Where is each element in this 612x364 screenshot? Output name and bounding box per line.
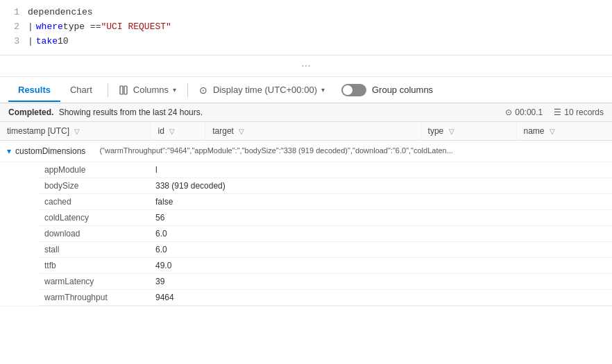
sub-value-1: 338 (919 decoded) — [150, 178, 612, 194]
sub-key-2: cached — [39, 194, 150, 210]
tab-chart[interactable]: Chart — [60, 79, 102, 102]
results-table: timestamp [UTC] ▽ id ▽ target ▽ type ▽ n… — [0, 122, 612, 306]
filter-icon-target[interactable]: ▽ — [239, 128, 244, 135]
svg-rect-0 — [120, 86, 123, 94]
col-label-type: type — [428, 126, 444, 136]
col-header-id[interactable]: id ▽ — [151, 122, 205, 141]
group-columns-toggle[interactable]: Group columns — [341, 84, 433, 96]
sub-dimensions-table: appModule l bodySize 338 (919 decoded) c… — [39, 162, 612, 306]
code-type-expr: type == — [63, 20, 101, 35]
custom-dimensions-label: customDimensions — [15, 146, 85, 156]
filter-icon-type[interactable]: ▽ — [449, 128, 454, 135]
line-number-1: 1 — [6, 6, 19, 20]
sub-table-cell: appModule l bodySize 338 (919 decoded) c… — [0, 162, 612, 306]
sub-value-0: l — [150, 162, 612, 178]
sub-key-3: coldLatency — [39, 210, 150, 226]
col-header-timestamp[interactable]: timestamp [UTC] ▽ — [0, 122, 151, 141]
sub-dimension-row: warmThroughput 9464 — [39, 290, 612, 306]
status-text: Completed. Showing results from the last… — [8, 107, 203, 117]
col-label-name: name — [524, 126, 545, 136]
table-row-expanded[interactable]: ▾ customDimensions ("warmThroughput":"94… — [0, 141, 612, 162]
sub-dimension-row: appModule l — [39, 162, 612, 178]
status-right: ⊙ 00:00.1 ☰ 10 records — [505, 107, 604, 117]
tabs-bar: Results Chart Columns ▾ ⊙ Display time (… — [0, 77, 612, 103]
code-string-uci: "UCI REQUEST" — [101, 20, 171, 35]
display-time-chevron-icon: ▾ — [321, 86, 325, 94]
tab-divider — [108, 83, 108, 97]
table-row: appModule l bodySize 338 (919 decoded) c… — [0, 162, 612, 306]
expand-chevron-icon[interactable]: ▾ — [7, 146, 11, 156]
clock-icon-2: ⊙ — [505, 107, 512, 117]
sub-value-7: 39 — [150, 274, 612, 290]
display-time-label: Display time (UTC+00:00) — [213, 85, 317, 95]
sub-key-8: warmThroughput — [39, 290, 150, 306]
execution-time: ⊙ 00:00.1 — [505, 107, 543, 117]
filter-icon-timestamp[interactable]: ▽ — [74, 128, 80, 135]
sub-key-7: warmLatency — [39, 274, 150, 290]
col-header-target[interactable]: target ▽ — [205, 122, 420, 141]
status-bar: Completed. Showing results from the last… — [0, 103, 612, 122]
code-take-value: 10 — [58, 35, 69, 49]
col-label-id: id — [158, 126, 164, 136]
columns-chevron-icon: ▾ — [173, 86, 176, 94]
sub-value-6: 49.0 — [150, 258, 612, 274]
sub-key-1: bodySize — [39, 178, 150, 194]
display-time-button[interactable]: ⊙ Display time (UTC+00:00) ▾ — [194, 82, 330, 98]
completed-label: Completed. — [8, 107, 53, 117]
table-header-row: timestamp [UTC] ▽ id ▽ target ▽ type ▽ n… — [0, 122, 612, 141]
sub-dimension-row: cached false — [39, 194, 612, 210]
columns-label: Columns — [133, 85, 169, 95]
sub-dimension-row: bodySize 338 (919 decoded) — [39, 178, 612, 194]
results-table-container[interactable]: timestamp [UTC] ▽ id ▽ target ▽ type ▽ n… — [0, 122, 612, 306]
pipe-3: | — [28, 35, 33, 49]
sub-key-4: download — [39, 226, 150, 242]
sub-key-0: appModule — [39, 162, 150, 178]
sub-dimension-row: coldLatency 56 — [39, 210, 612, 226]
sub-dimension-row: stall 6.0 — [39, 242, 612, 258]
sub-key-6: ttfb — [39, 258, 150, 274]
svg-rect-1 — [124, 86, 127, 94]
columns-button[interactable]: Columns ▾ — [114, 82, 182, 98]
records-value: 10 records — [564, 107, 604, 117]
ellipsis-separator: ··· — [0, 55, 612, 77]
tab-results[interactable]: Results — [8, 79, 60, 102]
col-label-target: target — [212, 126, 234, 136]
code-line-1: 1 dependencies — [0, 6, 612, 20]
showing-text: Showing results from the last 24 hours. — [59, 107, 203, 117]
code-line-3: 3 | take 10 — [0, 35, 612, 49]
clock-icon: ⊙ — [199, 85, 207, 96]
sub-value-2: false — [150, 194, 612, 210]
code-content-1: dependencies — [28, 6, 93, 20]
col-header-type[interactable]: type ▽ — [420, 122, 516, 141]
line-number-3: 3 — [6, 35, 19, 49]
keyword-take: take — [36, 35, 58, 49]
sub-dimension-row: ttfb 49.0 — [39, 258, 612, 274]
col-label-timestamp: timestamp [UTC] — [7, 126, 69, 136]
line-number-2: 2 — [6, 20, 19, 35]
sub-dimension-row: download 6.0 — [39, 226, 612, 242]
code-line-2: 2 | where type == "UCI REQUEST" — [0, 20, 612, 35]
columns-icon — [119, 85, 129, 95]
sub-dimension-row: warmLatency 39 — [39, 274, 612, 290]
sub-value-3: 56 — [150, 210, 612, 226]
pipe-2: | — [28, 20, 33, 35]
sub-value-5: 6.0 — [150, 242, 612, 258]
filter-icon-name[interactable]: ▽ — [550, 128, 555, 135]
custom-dimensions-preview: ("warmThroughput":"9464","appModule":" — [99, 146, 239, 155]
time-value: 00:00.1 — [515, 107, 543, 117]
custom-dimensions-end-preview: ,"bodySize":"338 (919 decoded)","downloa… — [240, 146, 453, 155]
group-columns-switch[interactable] — [341, 84, 366, 96]
sub-key-5: stall — [39, 242, 150, 258]
sub-value-8: 9464 — [150, 290, 612, 306]
expanded-cell: ▾ customDimensions ("warmThroughput":"94… — [0, 141, 612, 162]
filter-icon-id[interactable]: ▽ — [169, 128, 175, 135]
records-count: ☰ 10 records — [554, 107, 604, 117]
sub-value-4: 6.0 — [150, 226, 612, 242]
keyword-where: where — [36, 20, 63, 35]
tab-divider-2 — [187, 83, 188, 97]
records-icon: ☰ — [554, 107, 561, 117]
group-columns-label: Group columns — [372, 85, 433, 95]
code-editor[interactable]: 1 dependencies 2 | where type == "UCI RE… — [0, 0, 612, 55]
col-header-name[interactable]: name ▽ — [516, 122, 612, 141]
